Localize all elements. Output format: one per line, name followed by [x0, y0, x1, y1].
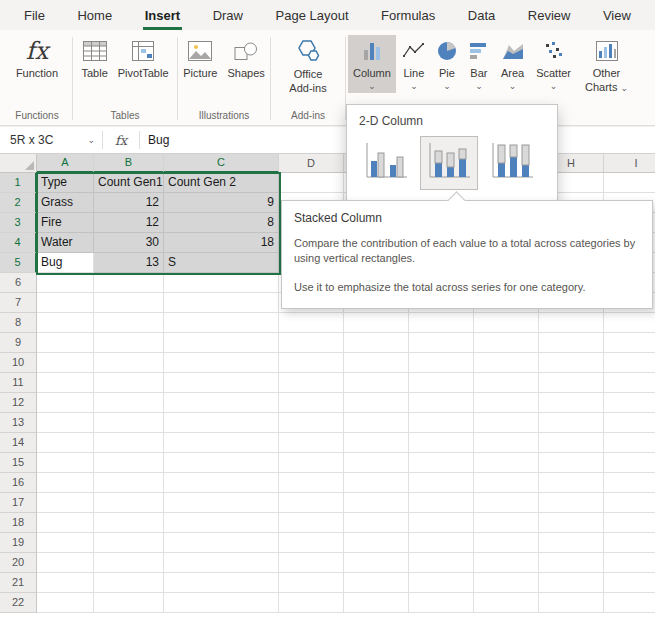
cell-C12[interactable]: [164, 393, 279, 413]
tab-formulas[interactable]: Formulas: [373, 0, 443, 30]
tab-draw[interactable]: Draw: [205, 0, 251, 30]
cell-D13[interactable]: [279, 413, 344, 433]
cell-F16[interactable]: [409, 473, 474, 493]
row-header-15[interactable]: 15: [0, 453, 37, 473]
column-header-C[interactable]: C: [164, 154, 279, 173]
cell-I1[interactable]: [604, 173, 655, 193]
cell-H9[interactable]: [539, 333, 604, 353]
cell-I11[interactable]: [604, 373, 655, 393]
cell-E11[interactable]: [344, 373, 409, 393]
cell-H15[interactable]: [539, 453, 604, 473]
cell-C6[interactable]: [164, 273, 279, 293]
cell-F14[interactable]: [409, 433, 474, 453]
cell-I9[interactable]: [604, 333, 655, 353]
cell-F10[interactable]: [409, 353, 474, 373]
row-header-4[interactable]: 4: [0, 233, 37, 253]
cell-H14[interactable]: [539, 433, 604, 453]
cell-G16[interactable]: [474, 473, 539, 493]
cell-A5[interactable]: Bug: [37, 253, 94, 273]
cell-C2[interactable]: 9: [164, 193, 279, 213]
cell-A7[interactable]: [37, 293, 94, 313]
cell-H19[interactable]: [539, 533, 604, 553]
cell-B10[interactable]: [94, 353, 164, 373]
row-header-9[interactable]: 9: [0, 333, 37, 353]
cell-F22[interactable]: [409, 593, 474, 613]
cell-C3[interactable]: 8: [164, 213, 279, 233]
cell-B4[interactable]: 30: [94, 233, 164, 253]
thumb-100-stacked-column[interactable]: [483, 136, 541, 190]
row-header-20[interactable]: 20: [0, 553, 37, 573]
cell-A21[interactable]: [37, 573, 94, 593]
row-header-3[interactable]: 3: [0, 213, 37, 233]
cell-D20[interactable]: [279, 553, 344, 573]
cell-B13[interactable]: [94, 413, 164, 433]
cell-A12[interactable]: [37, 393, 94, 413]
line-chart-button[interactable]: Line ⌄: [398, 35, 430, 93]
row-header-5[interactable]: 5: [0, 253, 37, 273]
cell-H8[interactable]: [539, 313, 604, 333]
column-header-A[interactable]: A: [37, 154, 94, 173]
cell-B22[interactable]: [94, 593, 164, 613]
cell-G11[interactable]: [474, 373, 539, 393]
row-header-2[interactable]: 2: [0, 193, 37, 213]
cell-A3[interactable]: Fire: [37, 213, 94, 233]
cell-F15[interactable]: [409, 453, 474, 473]
cell-I8[interactable]: [604, 313, 655, 333]
cell-B9[interactable]: [94, 333, 164, 353]
column-chart-button[interactable]: Column ⌄: [348, 35, 396, 93]
cell-C10[interactable]: [164, 353, 279, 373]
cell-D8[interactable]: [279, 313, 344, 333]
cell-A10[interactable]: [37, 353, 94, 373]
cell-C9[interactable]: [164, 333, 279, 353]
cell-F19[interactable]: [409, 533, 474, 553]
cell-D21[interactable]: [279, 573, 344, 593]
cell-E13[interactable]: [344, 413, 409, 433]
cell-B6[interactable]: [94, 273, 164, 293]
cell-E8[interactable]: [344, 313, 409, 333]
tab-page-layout[interactable]: Page Layout: [268, 0, 357, 30]
cell-G13[interactable]: [474, 413, 539, 433]
cell-C4[interactable]: 18: [164, 233, 279, 253]
cell-H16[interactable]: [539, 473, 604, 493]
cell-G17[interactable]: [474, 493, 539, 513]
cell-C21[interactable]: [164, 573, 279, 593]
cell-E14[interactable]: [344, 433, 409, 453]
cell-A1[interactable]: Type: [37, 173, 94, 193]
cell-H10[interactable]: [539, 353, 604, 373]
cell-G18[interactable]: [474, 513, 539, 533]
row-header-21[interactable]: 21: [0, 573, 37, 593]
cell-I16[interactable]: [604, 473, 655, 493]
cell-D15[interactable]: [279, 453, 344, 473]
cell-I12[interactable]: [604, 393, 655, 413]
cell-C15[interactable]: [164, 453, 279, 473]
cell-C8[interactable]: [164, 313, 279, 333]
row-header-8[interactable]: 8: [0, 313, 37, 333]
cell-A18[interactable]: [37, 513, 94, 533]
cell-A11[interactable]: [37, 373, 94, 393]
cell-I18[interactable]: [604, 513, 655, 533]
tab-insert[interactable]: Insert: [137, 0, 188, 30]
row-header-14[interactable]: 14: [0, 433, 37, 453]
cell-B11[interactable]: [94, 373, 164, 393]
cell-I17[interactable]: [604, 493, 655, 513]
cell-C18[interactable]: [164, 513, 279, 533]
cell-G14[interactable]: [474, 433, 539, 453]
cell-F8[interactable]: [409, 313, 474, 333]
cell-E9[interactable]: [344, 333, 409, 353]
tab-view[interactable]: View: [595, 0, 639, 30]
cell-C14[interactable]: [164, 433, 279, 453]
cell-D16[interactable]: [279, 473, 344, 493]
other-charts-button[interactable]: Other Charts ⌄: [578, 35, 635, 97]
cell-I10[interactable]: [604, 353, 655, 373]
cell-D10[interactable]: [279, 353, 344, 373]
cell-G22[interactable]: [474, 593, 539, 613]
cell-D11[interactable]: [279, 373, 344, 393]
cell-D19[interactable]: [279, 533, 344, 553]
row-header-1[interactable]: 1: [0, 173, 37, 193]
row-header-10[interactable]: 10: [0, 353, 37, 373]
cell-B19[interactable]: [94, 533, 164, 553]
cell-G12[interactable]: [474, 393, 539, 413]
row-header-11[interactable]: 11: [0, 373, 37, 393]
cell-E19[interactable]: [344, 533, 409, 553]
cell-H17[interactable]: [539, 493, 604, 513]
